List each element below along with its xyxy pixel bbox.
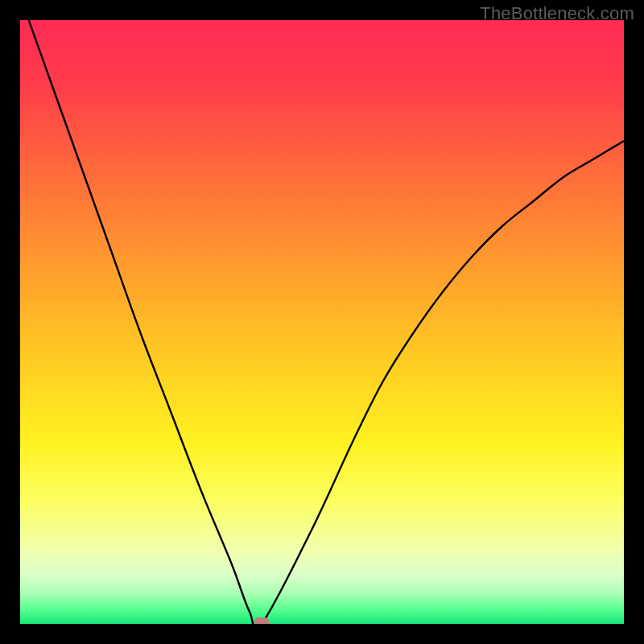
chart-background: [20, 20, 624, 624]
watermark-label: TheBottleneck.com: [480, 3, 634, 24]
chart-frame: TheBottleneck.com: [0, 0, 644, 644]
chart-svg: [20, 20, 624, 624]
optimal-marker: [254, 617, 269, 624]
chart-plot-area: [20, 20, 624, 624]
